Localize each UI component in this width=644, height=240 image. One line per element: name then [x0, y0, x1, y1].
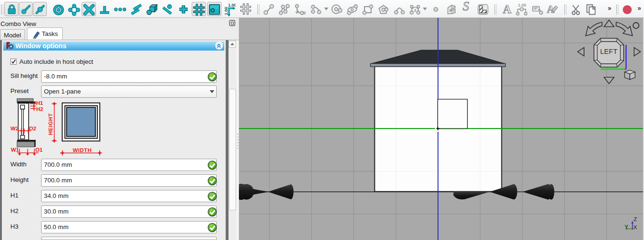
svg-text:1.00: 1.00 — [518, 3, 526, 8]
svg-text:HEIGHT: HEIGHT — [48, 113, 53, 135]
svg-text:O2: O2 — [29, 126, 36, 131]
svg-text:1.00: 1.00 — [228, 3, 236, 8]
svg-text:H2: H2 — [36, 106, 43, 112]
svg-text:W2: W2 — [10, 126, 18, 131]
svg-text:X: X — [634, 224, 637, 230]
svg-text:S: S — [463, 0, 469, 13]
svg-text:1.00: 1.00 — [224, 7, 229, 15]
svg-text:O1: O1 — [35, 147, 43, 153]
svg-text:3: 3 — [414, 8, 416, 13]
svg-text:Y: Y — [625, 224, 628, 230]
svg-text:LEFT: LEFT — [600, 48, 618, 55]
svg-text:A: A — [503, 3, 511, 15]
svg-text:H1: H1 — [36, 100, 43, 106]
svg-text:W1: W1 — [11, 147, 19, 153]
svg-text:Z: Z — [634, 216, 637, 222]
svg-text:WIDTH: WIDTH — [73, 147, 92, 153]
